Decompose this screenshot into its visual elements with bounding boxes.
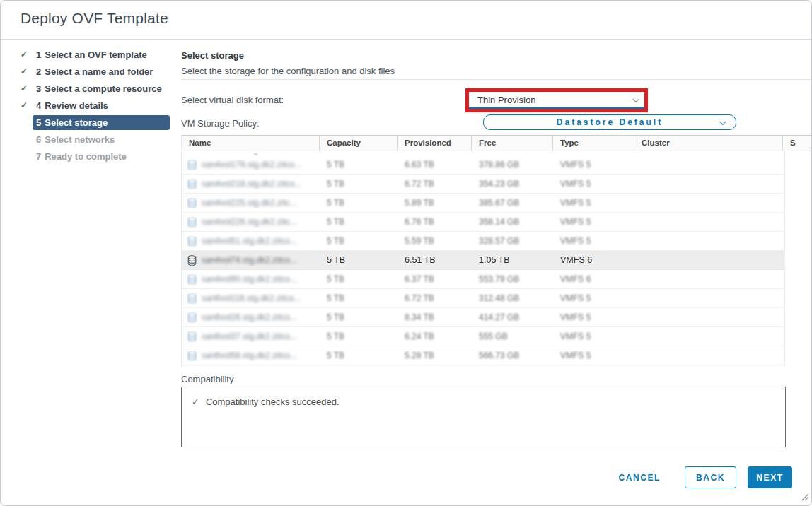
column-header-s[interactable]: S: [783, 136, 812, 151]
datastore-type: VMFS 5: [553, 217, 634, 227]
storage-policy-label: VM Storage Policy:: [181, 118, 260, 129]
step-select-name-folder[interactable]: ✓ 2Select a name and folder: [21, 63, 173, 80]
step-number: 3: [36, 83, 41, 94]
table-row[interactable]: san4vol226.stg.dk2.zitc... 5 TB 6.76 TB …: [182, 213, 785, 232]
datastore-provisioned: 8.34 TB: [398, 312, 472, 322]
datastore-name: san4vol225.stg.dk2.zitc...: [202, 198, 297, 208]
title-divider: [1, 39, 811, 40]
datastore-grid: Name Capacity Provisioned Free Type Clus…: [181, 135, 812, 367]
datastore-type: VMFS 6: [553, 274, 634, 284]
datastore-capacity: 5 TB: [320, 293, 398, 303]
storage-policy-value: Datastore Default: [557, 117, 663, 127]
storage-policy-select[interactable]: Datastore Default: [483, 114, 736, 130]
datastore-type: VMFS 5: [553, 160, 634, 170]
step-select-storage[interactable]: 5Select storage: [21, 114, 173, 131]
column-header-cluster[interactable]: Cluster: [634, 136, 783, 151]
datastore-type: VMFS 5: [553, 179, 634, 189]
datastore-capacity: 5 TB: [320, 351, 398, 360]
datastore-capacity: 5 TB: [320, 198, 398, 208]
datastore-free: 553.79 GB: [472, 274, 553, 284]
datastore-capacity: 5 TB: [320, 331, 398, 341]
column-header-name[interactable]: Name: [182, 136, 320, 151]
resize-handle-icon[interactable]: [801, 491, 809, 504]
datastore-capacity: 5 TB: [320, 312, 398, 322]
datastore-free: 555 GB: [472, 331, 553, 341]
datastore-capacity: 5 TB: [320, 274, 398, 284]
table-row[interactable]: san6vol37.stg.dk2.zitco... 5 TB 6.24 TB …: [182, 327, 785, 346]
table-scrollbar-track[interactable]: [784, 151, 812, 367]
datastore-capacity: 5 TB: [320, 179, 398, 189]
datastore-free: 354.23 GB: [472, 179, 553, 189]
scrolled-row-sliver: ⌄: [182, 151, 812, 155]
compatibility-message: Compatibility checks succeeded.: [206, 396, 340, 407]
step-label: Ready to complete: [45, 151, 127, 162]
datastore-free: 385.67 GB: [472, 198, 553, 208]
datastore-type: VMFS 5: [553, 312, 634, 322]
datastore-type: VMFS 5: [553, 236, 634, 246]
datastore-icon: [187, 274, 197, 285]
datastore-name: san4vol226.stg.dk2.zitc...: [202, 217, 297, 227]
datastore-provisioned: 5.28 TB: [398, 351, 472, 360]
datastore-provisioned: 6.37 TB: [398, 274, 472, 284]
datastore-name: san4vol51.stg.dk2.zitco...: [202, 236, 297, 246]
datastore-provisioned: 6.63 TB: [398, 160, 472, 170]
back-button[interactable]: BACK: [685, 466, 736, 488]
table-row[interactable]: san4vol90.stg.dk2.zitco... 5 TB 6.37 TB …: [182, 270, 785, 289]
datastore-name: san4vol74.stg.dk2.zitco...: [202, 255, 297, 265]
step-select-compute-resource[interactable]: ✓ 3Select a compute resource: [21, 80, 173, 97]
datastore-capacity: 5 TB: [320, 255, 398, 265]
step-label: Select a name and folder: [45, 66, 153, 77]
check-icon: ✓: [21, 100, 33, 110]
table-row[interactable]: san6vol26.stg.dk2.zitco... 5 TB 8.34 TB …: [182, 308, 785, 327]
cancel-button[interactable]: CANCEL: [614, 466, 665, 488]
datastore-name: san6vol118.stg.dk2.zitco...: [202, 293, 301, 303]
datastore-icon: [187, 312, 197, 323]
datastore-free: 328.57 GB: [472, 236, 553, 246]
step-label: Select an OVF template: [45, 49, 147, 60]
disk-format-value: Thin Provision: [477, 95, 535, 105]
table-row[interactable]: san6vol118.stg.dk2.zitco... 5 TB 6.72 TB…: [182, 289, 785, 308]
step-review-details[interactable]: ✓ 4Review details: [21, 97, 173, 114]
datastore-name: san6vol37.stg.dk2.zitco...: [202, 331, 297, 341]
deploy-ovf-dialog: Deploy OVF Template ✓ 1Select an OVF tem…: [0, 0, 812, 506]
table-row[interactable]: san6vol58.stg.dk2.zitco... 5 TB 5.28 TB …: [182, 346, 785, 365]
column-header-capacity[interactable]: Capacity: [320, 136, 398, 151]
datastore-icon: [187, 331, 197, 342]
datastore-type: VMFS 6: [553, 255, 634, 265]
next-button[interactable]: NEXT: [748, 466, 792, 488]
column-header-type[interactable]: Type: [553, 136, 634, 151]
datastore-icon: [187, 179, 197, 189]
table-row[interactable]: san4vol74.stg.dk2.zitco... 5 TB 6.51 TB …: [182, 251, 785, 270]
table-row[interactable]: san4vol218.stg.dk2.zitco... 5 TB 6.72 TB…: [182, 175, 785, 194]
datastore-icon: [187, 293, 197, 304]
datastore-icon: [187, 198, 197, 208]
check-icon: ✓: [21, 49, 33, 59]
panel-divider: [181, 79, 811, 80]
datastore-provisioned: 5.89 TB: [398, 198, 472, 208]
column-header-provisioned[interactable]: Provisioned: [398, 136, 472, 151]
datastore-grid-header: Name Capacity Provisioned Free Type Clus…: [182, 135, 812, 151]
step-select-ovf-template[interactable]: ✓ 1Select an OVF template: [21, 46, 173, 63]
datastore-provisioned: 6.76 TB: [398, 217, 472, 227]
table-row[interactable]: san4vol179.stg.dk2.zitco... 5 TB 6.63 TB…: [182, 155, 785, 175]
check-icon: ✓: [192, 396, 199, 407]
datastore-name: san6vol58.stg.dk2.zitco...: [202, 351, 297, 360]
datastore-capacity: 5 TB: [320, 160, 398, 170]
table-row[interactable]: san4vol51.stg.dk2.zitco... 5 TB 5.59 TB …: [182, 232, 785, 251]
step-number: 1: [36, 49, 41, 60]
datastore-provisioned: 6.72 TB: [398, 179, 472, 189]
datastore-type: VMFS 5: [553, 351, 634, 360]
disk-format-select[interactable]: Thin Provision: [469, 92, 644, 109]
step-select-networks[interactable]: 6Select networks: [21, 131, 173, 148]
step-number: 2: [36, 66, 41, 77]
datastore-capacity: 5 TB: [320, 217, 398, 227]
datastore-icon: [187, 351, 197, 361]
datastore-grid-body: ⌄ san4vol179.stg.dk2.zitco... 5 TB 6.63 …: [182, 151, 812, 367]
chevron-down-icon: [632, 95, 639, 102]
wizard-steps: ✓ 1Select an OVF template ✓ 2Select a na…: [21, 46, 173, 165]
compatibility-box: ✓ Compatibility checks succeeded.: [181, 387, 786, 447]
column-header-free[interactable]: Free: [472, 136, 553, 151]
compatibility-label: Compatibility: [181, 374, 233, 384]
step-ready-to-complete[interactable]: 7Ready to complete: [21, 148, 173, 165]
table-row[interactable]: san4vol225.stg.dk2.zitc... 5 TB 5.89 TB …: [182, 194, 785, 213]
